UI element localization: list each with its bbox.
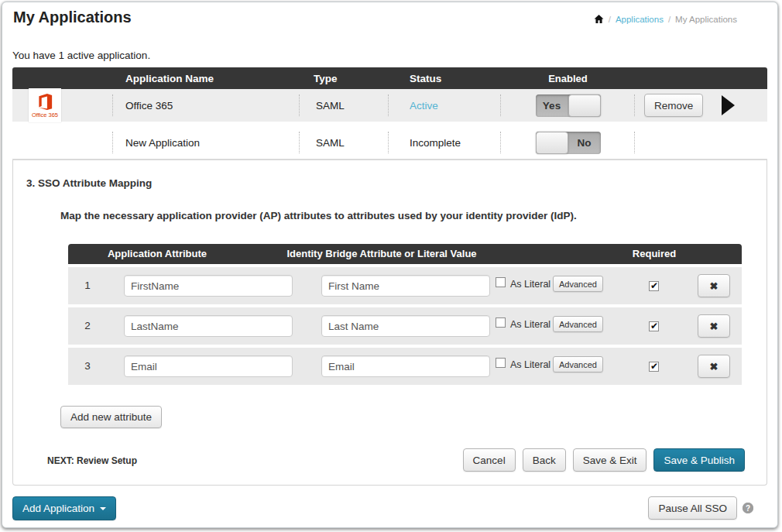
applications-table-header: Application Name Type Status Enabled: [12, 67, 767, 89]
application-row-office365: Office 365 Office 365 SAML Active Yes Re…: [12, 89, 767, 126]
column-type: Type: [300, 67, 389, 89]
application-attribute-input[interactable]: [124, 275, 293, 297]
column-application-attribute: Application Attribute: [108, 248, 207, 259]
breadcrumb: / Applications / My Applications: [594, 14, 737, 24]
applications-table: Application Name Type Status Enabled Off…: [12, 67, 767, 160]
attribute-table-header: Application Attribute Identity Bridge At…: [68, 244, 742, 264]
application-type: SAML: [300, 89, 389, 122]
enabled-toggle-new-application[interactable]: No: [536, 132, 601, 154]
sso-section-description: Map the necessary application provider (…: [60, 210, 767, 221]
application-name: New Application: [113, 126, 300, 159]
active-application-count: You have 1 active application.: [12, 50, 777, 61]
attribute-row-2: 2 As Literal Advanced ✖: [68, 307, 742, 345]
required-checkbox[interactable]: [649, 362, 659, 372]
sso-section-heading: 3. SSO Attribute Mapping: [26, 177, 767, 189]
svg-text:?: ?: [746, 504, 750, 513]
page-title: My Applications: [13, 9, 132, 26]
application-status: Active: [389, 89, 501, 122]
as-literal-label: As Literal: [510, 279, 550, 290]
advanced-button[interactable]: Advanced: [553, 356, 603, 372]
breadcrumb-current: My Applications: [675, 15, 737, 24]
expand-arrow-icon[interactable]: [722, 95, 735, 115]
save-and-exit-button[interactable]: Save & Exit: [573, 448, 647, 472]
add-application-button[interactable]: Add Application: [12, 496, 116, 520]
remove-button[interactable]: Remove: [644, 94, 703, 117]
delete-attribute-button[interactable]: ✖: [698, 274, 730, 297]
office-365-logo: Office 365: [29, 88, 61, 122]
column-enabled: Enabled: [501, 67, 635, 89]
identity-bridge-attribute-input[interactable]: [321, 355, 490, 377]
toggle-knob: [568, 94, 601, 117]
sso-attribute-mapping-panel: 3. SSO Attribute Mapping Map the necessa…: [12, 160, 767, 486]
advanced-button[interactable]: Advanced: [553, 316, 603, 332]
caret-down-icon: [100, 507, 106, 510]
help-icon[interactable]: ?: [743, 503, 753, 513]
toggle-knob: [536, 132, 568, 154]
as-literal-label: As Literal: [510, 319, 550, 330]
column-status: Status: [389, 67, 501, 89]
enabled-toggle-office365[interactable]: Yes: [536, 94, 601, 117]
breadcrumb-separator: /: [609, 15, 611, 24]
column-required: Required: [633, 248, 676, 259]
delete-attribute-button[interactable]: ✖: [698, 314, 730, 338]
add-new-attribute-button[interactable]: Add new attribute: [60, 406, 162, 428]
row-number: 3: [68, 360, 107, 372]
as-literal-checkbox[interactable]: [496, 317, 506, 328]
pause-all-sso-button[interactable]: Pause All SSO: [648, 496, 737, 520]
application-attribute-input[interactable]: [124, 315, 293, 337]
attribute-row-3: 3 As Literal Advanced ✖: [68, 348, 742, 385]
application-attribute-input[interactable]: [124, 355, 293, 377]
identity-bridge-attribute-input[interactable]: [321, 315, 490, 337]
save-and-publish-button[interactable]: Save & Publish: [653, 448, 745, 472]
footer-bar: Add Application Pause All SSO ?: [2, 492, 777, 527]
back-button[interactable]: Back: [523, 448, 566, 472]
home-icon[interactable]: [594, 14, 604, 24]
required-checkbox[interactable]: [649, 281, 659, 291]
breadcrumb-separator: /: [668, 15, 671, 24]
column-identity-bridge-attribute: Identity Bridge Attribute or Literal Val…: [286, 248, 476, 259]
page-window: My Applications / Applications / My Appl…: [2, 2, 778, 528]
application-name: Office 365: [113, 89, 300, 122]
as-literal-checkbox[interactable]: [496, 277, 506, 287]
application-status: Incomplete: [389, 126, 501, 159]
required-checkbox[interactable]: [649, 321, 659, 331]
as-literal-checkbox[interactable]: [496, 358, 506, 368]
identity-bridge-attribute-input[interactable]: [321, 275, 490, 297]
column-application-name: Application Name: [113, 67, 300, 89]
application-type: SAML: [300, 126, 389, 159]
cancel-button[interactable]: Cancel: [463, 448, 516, 472]
next-step-label: NEXT: Review Setup: [47, 455, 137, 466]
as-literal-label: As Literal: [510, 359, 550, 370]
row-number: 1: [68, 280, 107, 291]
attribute-mapping-table: Application Attribute Identity Bridge At…: [68, 244, 742, 385]
row-number: 2: [68, 320, 107, 331]
application-row-new-application: New Application SAML Incomplete No: [12, 126, 767, 160]
delete-attribute-button[interactable]: ✖: [698, 355, 730, 378]
advanced-button[interactable]: Advanced: [553, 276, 603, 292]
breadcrumb-link-applications[interactable]: Applications: [616, 15, 664, 24]
attribute-row-1: 1 As Literal Advanced ✖: [68, 267, 742, 304]
